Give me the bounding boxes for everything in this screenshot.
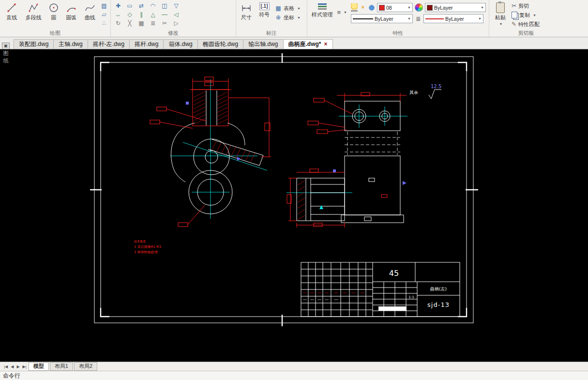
dimension-label: 尺寸: [241, 14, 252, 21]
file-tab[interactable]: 装配图.dwg: [14, 39, 54, 49]
coordinate-button[interactable]: ⊕ 坐标 ▼: [274, 13, 302, 22]
modify-icon[interactable]: ✂: [160, 19, 169, 28]
file-tab[interactable]: 主轴.dwg: [53, 39, 88, 49]
file-tab[interactable]: 箱体.dwg: [163, 39, 197, 49]
symbol-button[interactable]: [.1] 符号: [256, 1, 273, 30]
layer-on-icon[interactable]: [351, 3, 358, 12]
file-tab-label: 主轴.dwg: [59, 41, 82, 47]
color-value: 08: [386, 5, 405, 11]
file-tab[interactable]: 摇杆.dwg: [129, 39, 164, 49]
polyline-button[interactable]: 多段线: [22, 1, 45, 30]
command-line[interactable]: 命令行: [0, 371, 588, 380]
table-button[interactable]: ▦ 表格 ▼: [274, 4, 302, 13]
color-swatch: [379, 5, 385, 11]
modify-icon[interactable]: ↻: [114, 19, 122, 28]
modify-icon[interactable]: ╳: [125, 19, 134, 28]
modify-icon[interactable]: ∥: [137, 11, 146, 19]
layer-lock-icon[interactable]: [368, 4, 375, 11]
chevron-down-icon: ▼: [407, 17, 411, 20]
modify-icon[interactable]: ▭: [125, 2, 134, 10]
file-tab-bar: 装配图.dwg 主轴.dwg 摇杆-左.dwg 摇杆.dwg 箱体.dwg 椭圆…: [0, 37, 588, 49]
spline-button[interactable]: 曲线: [81, 1, 99, 30]
file-tab-active[interactable]: 曲柄座.dwg* ×: [283, 39, 333, 49]
first-tab-arrow-icon[interactable]: |◀: [3, 365, 9, 369]
file-tab[interactable]: 椭圆齿轮.dwg: [197, 39, 243, 49]
arc-button[interactable]: 圆弧: [62, 1, 80, 30]
color-wheel-icon[interactable]: [415, 3, 423, 12]
modify-icon[interactable]: ◫: [160, 2, 169, 10]
point-icon[interactable]: ∴: [100, 19, 108, 28]
note-line: 2 铸件时效处理: [134, 250, 158, 254]
properties-panel-label: 特性: [307, 30, 489, 37]
file-tab[interactable]: 输出轴.dwg: [243, 39, 283, 49]
palette-char: 图: [3, 50, 9, 57]
chevron-down-icon: ▼: [407, 6, 411, 9]
layer-freeze-icon[interactable]: ☀: [360, 4, 366, 11]
draw-extra-tools: ▨ ▱ ∴: [100, 1, 108, 30]
section-view: [287, 169, 345, 228]
modify-icon[interactable]: ◁: [172, 11, 181, 19]
modify-icon[interactable]: ↔: [114, 11, 122, 19]
modify-icon[interactable]: ▽: [172, 2, 181, 10]
line-button[interactable]: 直线: [2, 1, 21, 30]
paste-button[interactable]: 粘贴 ▼: [491, 1, 510, 30]
list-menu-button[interactable]: ≡ ▼: [336, 8, 348, 16]
paste-label: 粘贴: [495, 14, 506, 21]
prev-tab-arrow-icon[interactable]: ◀: [10, 365, 15, 369]
file-tab-label: 箱体.dwg: [168, 41, 192, 47]
drawing-canvas[interactable]: ▣ 图 纸: [0, 49, 588, 362]
file-tab-label: 曲柄座.dwg*: [288, 40, 321, 49]
file-tab[interactable]: 摇杆-左.dwg: [88, 39, 130, 49]
ribbon-panel-modify: ✚ ↔ ↻ ▭ ◇ ╳ ⇄ ∥ ▦ ◠ △ ≣ ◫ — ✂ ▽ ◁: [111, 0, 236, 37]
tab-layout2[interactable]: 布局2: [74, 362, 97, 371]
tab-layout1[interactable]: 布局1: [50, 362, 73, 371]
drawing-frame: [90, 53, 478, 326]
next-tab-arrow-icon[interactable]: ▶: [15, 365, 20, 369]
hatch-icon[interactable]: ▨: [100, 2, 108, 10]
modify-icon[interactable]: ≣: [149, 19, 157, 28]
chevron-down-icon: ▼: [533, 14, 536, 17]
coordinate-icon: ⊕: [275, 14, 282, 22]
roughness-value: 12.5: [431, 84, 441, 89]
modify-icon[interactable]: ⇄: [137, 2, 146, 10]
palette-icon[interactable]: ▣: [2, 43, 10, 49]
style-manager-button[interactable]: 样式管理: [309, 1, 335, 30]
copy-button[interactable]: 复制 ▼: [511, 11, 541, 19]
region-icon[interactable]: ▱: [100, 11, 108, 19]
layer-select[interactable]: ByLayer ▼: [425, 3, 486, 12]
tab-model[interactable]: 模型: [29, 362, 49, 371]
match-properties-button[interactable]: ✎ 特性匹配: [511, 20, 541, 29]
ribbon-panel-properties: 样式管理 ≡ ▼ ☀ 08: [307, 0, 489, 37]
close-icon[interactable]: ×: [324, 40, 328, 49]
circle-button[interactable]: 圆: [45, 1, 61, 30]
file-tab-label: 输出轴.dwg: [248, 41, 278, 47]
modify-icon[interactable]: △: [149, 11, 157, 19]
arc-label: 圆弧: [66, 14, 76, 21]
cut-button[interactable]: ✂ 剪切: [511, 1, 541, 10]
modify-icon[interactable]: ✚: [114, 2, 122, 10]
copy-label: 复制: [519, 12, 530, 19]
palette-char: 纸: [3, 58, 9, 64]
side-palette[interactable]: ▣ 图 纸: [0, 43, 11, 64]
style-manager-label: 样式管理: [312, 11, 333, 18]
file-tab-label: 摇杆-左.dwg: [93, 41, 124, 47]
dimension-button[interactable]: 尺寸: [238, 1, 255, 30]
linetype-lines-icon[interactable]: ≣: [415, 15, 422, 22]
arc-icon: [66, 2, 76, 13]
cut-label: 剪切: [518, 2, 529, 10]
last-tab-arrow-icon[interactable]: ▶|: [22, 365, 28, 369]
ribbon: 直线 多段线 圆: [0, 0, 588, 37]
modify-icon[interactable]: ▦: [137, 19, 146, 28]
linetype-select[interactable]: ByLayer ▼: [423, 14, 483, 23]
modify-icon[interactable]: ◠: [149, 2, 157, 10]
color-select[interactable]: 08 ▼: [377, 3, 413, 12]
coordinate-label: 坐标: [284, 14, 294, 21]
lineweight-select[interactable]: ByLayer ▼: [351, 14, 413, 23]
file-tab-label: 摇杆.dwg: [135, 41, 158, 47]
modify-icon[interactable]: ▷: [172, 19, 181, 28]
modify-icon[interactable]: —: [160, 11, 169, 19]
modify-icon[interactable]: ◇: [125, 11, 134, 19]
front-view: [150, 77, 271, 227]
linetype-value: ByLayer: [445, 16, 476, 22]
annotate-panel-label: 标注: [236, 30, 307, 37]
